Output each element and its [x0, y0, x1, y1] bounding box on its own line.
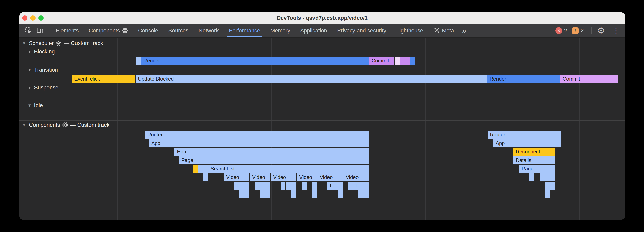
unlabeled-bar[interactable] [358, 190, 369, 198]
grid-line [425, 38, 426, 220]
commit-bar[interactable]: Commit [369, 57, 394, 65]
bar-label: App [493, 140, 504, 146]
page-bar[interactable]: Page [519, 165, 555, 173]
bar-label: Video [317, 174, 333, 180]
router-bar[interactable]: Router [145, 130, 369, 139]
tab-application[interactable]: Application [295, 24, 332, 37]
console-warnings-button[interactable]: ! 2 [572, 27, 584, 34]
render-bar[interactable]: Render [487, 75, 560, 83]
error-count: 2 [564, 27, 567, 34]
unlabeled-bar[interactable] [540, 173, 550, 181]
track-row-suspense[interactable]: ▼Suspense [28, 84, 58, 91]
unlabeled-bar[interactable] [395, 57, 400, 65]
scheduler-track-header[interactable]: ▼ Scheduler — Custom track [22, 40, 103, 46]
console-errors-button[interactable]: × 2 [555, 27, 567, 34]
l-bar[interactable]: L… [234, 182, 249, 190]
router-bar[interactable]: Router [488, 130, 562, 139]
tab-console[interactable]: Console [133, 24, 163, 37]
bar-label: Update Blocked [136, 76, 174, 82]
grid-line [374, 38, 374, 220]
video-bar[interactable]: Video [250, 173, 270, 181]
unlabeled-bar[interactable] [239, 190, 249, 198]
row-label: Idle [34, 103, 43, 109]
tab-elements[interactable]: Elements [51, 24, 84, 37]
tab-label: Network [199, 27, 219, 34]
components-track-header[interactable]: ▼ Components — Custom track [22, 122, 109, 128]
event-click-bar[interactable]: Event: click [72, 75, 135, 83]
unlabeled-bar[interactable] [545, 190, 550, 198]
bar-label: Video [271, 174, 286, 180]
render-bar[interactable]: Render [141, 57, 369, 65]
tab-performance[interactable]: Performance [224, 24, 266, 37]
unlabeled-bar[interactable] [550, 182, 555, 190]
track-row-transition[interactable]: ▼Transition [28, 67, 58, 73]
collapse-triangle-icon: ▼ [28, 85, 32, 90]
video-bar[interactable]: Video [317, 173, 343, 181]
unlabeled-bar[interactable] [260, 182, 270, 190]
video-bar[interactable]: Video [271, 173, 296, 181]
searchlist-bar[interactable]: SearchList [208, 165, 369, 173]
tab-privacy-and-security[interactable]: Privacy and security [332, 24, 392, 37]
tab-lighthouse[interactable]: Lighthouse [392, 24, 428, 37]
l-bar[interactable]: L… [353, 182, 369, 190]
bar-label: Video [297, 174, 312, 180]
unlabeled-bar[interactable] [203, 173, 208, 181]
reconnect-bar[interactable]: Reconnect [513, 148, 555, 156]
track-suffix: — Custom track [64, 40, 103, 46]
details-bar[interactable]: Details [513, 156, 555, 164]
tab-components[interactable]: Components [84, 24, 133, 37]
unlabeled-bar[interactable] [348, 182, 353, 190]
track-row-idle[interactable]: ▼Idle [28, 102, 43, 109]
unlabeled-bar[interactable] [136, 57, 140, 65]
settings-gear-icon[interactable]: ⚙ [597, 26, 605, 35]
unlabeled-bar[interactable] [338, 190, 343, 198]
unlabeled-bar[interactable] [255, 182, 260, 190]
bar-label: Render [487, 76, 506, 82]
tab-meta[interactable]: Meta [428, 24, 459, 37]
app-bar[interactable]: App [493, 139, 562, 147]
l-bar[interactable]: L… [327, 182, 343, 190]
devtools-window: DevTools - qsvd7p.csb.app/video/1 Elemen… [20, 12, 625, 220]
unlabeled-bar[interactable] [291, 190, 296, 198]
unlabeled-bar[interactable] [192, 165, 198, 173]
video-bar[interactable]: Video [224, 173, 249, 181]
tab-label: Privacy and security [337, 27, 386, 34]
tab-memory[interactable]: Memory [265, 24, 295, 37]
unlabeled-bar[interactable] [410, 57, 415, 65]
video-bar[interactable]: Video [297, 173, 317, 181]
grid-line [579, 38, 580, 220]
unlabeled-bar[interactable] [302, 182, 307, 190]
update-blocked-bar[interactable]: Update Blocked [136, 75, 486, 83]
collapse-triangle-icon: ▼ [28, 68, 32, 72]
page-bar[interactable]: Page [179, 156, 369, 164]
bar-label: Video [250, 174, 265, 180]
home-bar[interactable]: Home [174, 148, 369, 156]
unlabeled-bar[interactable] [281, 182, 286, 190]
unlabeled-bar[interactable] [312, 182, 316, 190]
more-tabs-chevron[interactable]: » [459, 26, 469, 35]
device-toolbar-icon[interactable] [36, 27, 44, 34]
commit-bar[interactable]: Commit [560, 75, 618, 83]
bar-label: L… [327, 183, 338, 189]
unlabeled-bar[interactable] [550, 173, 555, 181]
bar-label: Home [174, 149, 190, 155]
unlabeled-bar[interactable] [400, 57, 410, 65]
grid-line [528, 38, 528, 220]
tab-network[interactable]: Network [194, 24, 224, 37]
video-bar[interactable]: Video [343, 173, 369, 181]
tab-sources[interactable]: Sources [163, 24, 194, 37]
unlabeled-bar[interactable] [260, 190, 270, 198]
react-atom-icon [56, 40, 62, 46]
unlabeled-bar[interactable] [286, 182, 296, 190]
unlabeled-bar[interactable] [529, 173, 534, 181]
track-title: Scheduler [29, 40, 54, 46]
track-row-blocking[interactable]: ▼Blocking [28, 48, 55, 55]
inspect-element-icon[interactable] [25, 27, 32, 34]
app-bar[interactable]: App [149, 139, 369, 147]
unlabeled-bar[interactable] [198, 165, 208, 173]
unlabeled-bar[interactable] [545, 182, 550, 190]
unlabeled-bar[interactable] [312, 190, 317, 198]
more-options-icon[interactable]: ⋮ [612, 27, 620, 34]
tab-label: Memory [270, 27, 290, 34]
collapse-triangle-icon: ▼ [28, 103, 32, 108]
